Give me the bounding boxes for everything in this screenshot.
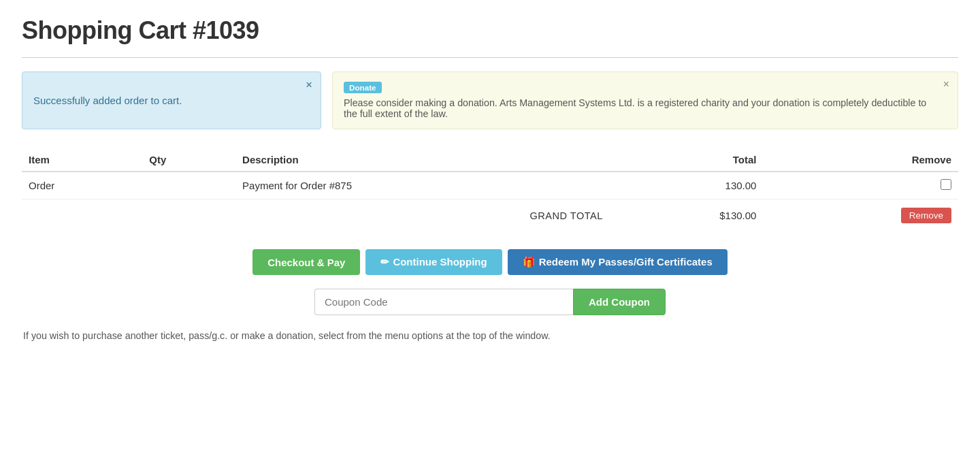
coupon-code-input[interactable] bbox=[314, 289, 573, 315]
grand-total-row: GRAND TOTAL $130.00 Remove bbox=[22, 199, 958, 231]
redeem-label: Redeem My Passes/Gift Certificates bbox=[539, 256, 713, 268]
grand-total-remove-cell: Remove bbox=[763, 199, 958, 231]
continue-shopping-button[interactable]: Continue Shopping bbox=[365, 249, 502, 275]
title-divider bbox=[22, 57, 958, 58]
redeem-passes-button[interactable]: Redeem My Passes/Gift Certificates bbox=[508, 249, 728, 275]
success-close-button[interactable]: × bbox=[306, 79, 312, 91]
remove-button[interactable]: Remove bbox=[901, 208, 951, 223]
col-header-remove: Remove bbox=[763, 148, 958, 172]
donate-message: Please consider making a donation. Arts … bbox=[344, 97, 933, 119]
remove-checkbox[interactable] bbox=[941, 179, 951, 190]
table-row: Order Payment for Order #875 130.00 bbox=[22, 172, 958, 199]
col-header-total: Total bbox=[610, 148, 764, 172]
pencil-icon bbox=[380, 256, 393, 268]
row-description: Payment for Order #875 bbox=[235, 172, 610, 199]
row-item: Order bbox=[22, 172, 142, 199]
row-qty bbox=[142, 172, 235, 199]
row-total: 130.00 bbox=[610, 172, 764, 199]
row-remove-checkbox-cell bbox=[763, 172, 958, 199]
grand-total-spacer bbox=[22, 199, 235, 231]
col-header-description: Description bbox=[235, 148, 610, 172]
col-header-item: Item bbox=[22, 148, 142, 172]
coupon-row: Add Coupon bbox=[22, 289, 958, 315]
page-title: Shopping Cart #1039 bbox=[22, 16, 958, 45]
checkout-pay-button[interactable]: Checkout & Pay bbox=[252, 249, 360, 275]
col-header-qty: Qty bbox=[142, 148, 235, 172]
alerts-row: Successfully added order to cart. × Dona… bbox=[22, 71, 958, 129]
grand-total-label: GRAND TOTAL bbox=[235, 199, 610, 231]
donate-badge: Donate bbox=[344, 82, 382, 93]
donate-alert: Donate Please consider making a donation… bbox=[332, 71, 958, 129]
success-message: Successfully added order to cart. bbox=[33, 95, 182, 106]
footer-note: If you wish to purchase another ticket, … bbox=[23, 329, 636, 343]
table-header-row: Item Qty Description Total Remove bbox=[22, 148, 958, 172]
action-buttons: Checkout & Pay Continue Shopping Redeem … bbox=[22, 249, 958, 275]
gift-icon bbox=[523, 256, 539, 268]
continue-shopping-label: Continue Shopping bbox=[393, 256, 487, 268]
donate-close-button[interactable]: × bbox=[943, 79, 949, 90]
success-alert: Successfully added order to cart. × bbox=[22, 71, 321, 129]
grand-total-amount: $130.00 bbox=[610, 199, 764, 231]
cart-table: Item Qty Description Total Remove Order … bbox=[22, 148, 958, 230]
add-coupon-button[interactable]: Add Coupon bbox=[573, 289, 666, 315]
